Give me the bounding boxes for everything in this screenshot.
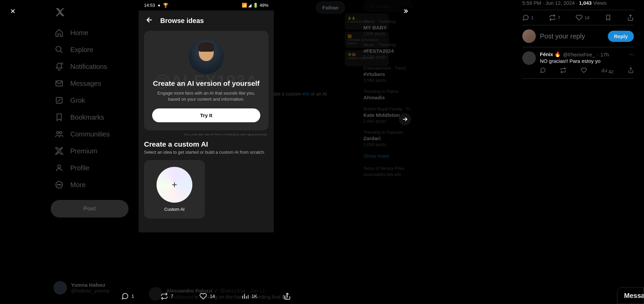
close-lightbox-button[interactable] — [7, 5, 19, 17]
nav-bookmarks-label: Bookmarks — [70, 113, 104, 121]
nav-grok-label: Grok — [70, 97, 85, 104]
nav-home[interactable]: Home — [51, 24, 139, 41]
tweet-actions-bar: 1 7 14 — [522, 10, 634, 25]
views-action[interactable]: 42 — [601, 67, 613, 74]
svg-point-10 — [369, 4, 373, 7]
ai-avatar-image — [189, 39, 224, 74]
nav-home-label: Home — [70, 29, 88, 37]
reply-action[interactable]: 1 — [121, 293, 134, 300]
nav-premium[interactable]: Premium — [51, 143, 139, 159]
plus-icon: + — [157, 167, 192, 203]
next-image-button-top[interactable] — [399, 5, 411, 17]
back-icon[interactable] — [145, 16, 153, 25]
bookmark-action[interactable] — [605, 14, 612, 21]
svg-point-3 — [56, 131, 59, 134]
svg-point-5 — [58, 165, 61, 168]
like-action[interactable]: 14 — [576, 14, 589, 21]
account-more-icon[interactable]: ⋯ — [126, 284, 133, 292]
reply-text: NO gracias!! Para estoy yo — [540, 58, 634, 64]
trends-column: Search Music · TrendingMY BABY135K posts… — [363, 0, 412, 304]
watermark-text: FOLLOW ME ON HTTPS://THREADS.NET/@ALEX19… — [144, 133, 267, 136]
nav-messages-label: Messages — [70, 80, 101, 87]
share-action[interactable] — [628, 67, 634, 74]
account-handle: @hafeez_yumna — [71, 288, 110, 294]
nav-more[interactable]: More — [51, 176, 139, 193]
nav-notifications-label: Notifications — [70, 63, 107, 71]
nav-explore-label: Explore — [70, 46, 93, 54]
media-lightbox-image: 14:53 ● 🏆 📶 ◢ 🔋49% Browse ideas @ALEX193… — [139, 0, 274, 232]
tweet-timestamp[interactable]: 5:59 PM · Jun 12, 2024 · 1,043 Views — [522, 0, 634, 6]
reply-compose[interactable]: Post your reply Reply — [522, 25, 634, 47]
browse-title: Browse ideas — [160, 17, 204, 25]
more-icon[interactable]: ⋯ — [629, 51, 634, 57]
primary-nav: Home Explore Notifications Messages Grok… — [51, 0, 139, 304]
nav-explore[interactable]: Explore — [51, 41, 139, 58]
user-avatar — [522, 29, 536, 43]
messages-drawer[interactable]: Messa — [617, 287, 644, 304]
ai-version-card: @ALEX193A Create an AI version of yourse… — [144, 31, 268, 130]
retweet-action[interactable]: 7 — [549, 14, 560, 21]
reply-avatar[interactable] — [522, 51, 536, 65]
nav-profile[interactable]: Profile — [51, 159, 139, 176]
tweet-detail-panel: 5:59 PM · Jun 12, 2024 · 1,043 Views 1 7… — [522, 0, 634, 79]
nav-profile-label: Profile — [70, 164, 90, 172]
svg-point-0 — [56, 46, 61, 51]
trend-item[interactable]: Trending in PakistanZardari2,016 posts — [363, 130, 412, 147]
nav-premium-label: Premium — [70, 147, 97, 155]
custom-ai-title: Create a custom AI — [144, 140, 268, 148]
trend-item[interactable]: Entertainment · Trend#Vtubers3,560 posts — [363, 66, 412, 83]
reply-placeholder[interactable]: Post your reply — [540, 32, 604, 40]
notif-badge — [61, 62, 63, 65]
like-action[interactable]: 14 — [199, 293, 215, 300]
nav-messages[interactable]: Messages — [51, 75, 139, 92]
reply-button[interactable]: Reply — [608, 31, 634, 42]
nav-communities[interactable]: Communities — [51, 126, 139, 143]
svg-point-4 — [59, 131, 62, 134]
show-more-link[interactable]: Show more — [363, 153, 412, 159]
next-image-button[interactable] — [399, 113, 411, 125]
reply-action[interactable] — [540, 67, 546, 74]
trend-item[interactable]: Music · Trending#FESTA20246,030 posts — [363, 42, 412, 59]
account-avatar — [53, 281, 67, 295]
nav-bookmarks[interactable]: Bookmarks — [51, 109, 139, 126]
custom-ai-tile[interactable]: + Custom AI — [144, 160, 205, 219]
custom-ai-subtitle: Select an idea to get started or build a… — [144, 150, 268, 155]
reply-author-handle[interactable]: @FhenixFire_ — [563, 52, 595, 57]
footer-links[interactable]: Terms of Service Priva Accessibility Ads… — [363, 166, 412, 178]
x-logo[interactable] — [55, 7, 66, 18]
trend-item[interactable]: Trending in PakistAhmadis — [363, 89, 412, 100]
reply-tweet[interactable]: Fénix 🔥 @FhenixFire_ · 17h ⋯ NO gracias!… — [522, 47, 634, 79]
views-action[interactable]: 1K — [241, 293, 257, 300]
retweet-action[interactable] — [560, 67, 566, 74]
svg-point-9 — [60, 184, 61, 185]
trend-item[interactable]: Music · TrendingMY BABY135K posts — [363, 19, 412, 36]
phone-status-bar: 14:53 ● 🏆 📶 ◢ 🔋49% — [139, 0, 274, 10]
svg-point-7 — [57, 184, 58, 185]
card-subtitle: Engage more fans with an AI that sounds … — [152, 90, 260, 102]
retweet-action[interactable]: 7 — [161, 293, 173, 300]
share-action[interactable] — [284, 293, 291, 300]
lightbox-actions-bar: 1 7 14 1K — [108, 293, 304, 300]
reply-action[interactable]: 1 — [522, 14, 533, 21]
reply-author-name[interactable]: Fénix 🔥 — [540, 51, 561, 57]
nav-communities-label: Communities — [70, 130, 110, 138]
nav-more-label: More — [70, 181, 86, 189]
browse-header: Browse ideas — [139, 10, 274, 31]
follow-button[interactable]: Follow — [316, 2, 345, 14]
reply-time[interactable]: 17h — [600, 52, 609, 57]
hashtag-ai[interactable]: #AI — [302, 91, 309, 97]
svg-point-8 — [59, 184, 59, 185]
try-it-button[interactable]: Try It — [152, 108, 260, 122]
account-display-name: Yumna Hafeez — [71, 282, 110, 288]
nav-grok[interactable]: Grok — [51, 92, 139, 109]
like-action[interactable] — [581, 67, 587, 74]
share-action[interactable] — [627, 14, 634, 21]
nav-notifications[interactable]: Notifications — [51, 58, 139, 75]
card-title: Create an AI version of yourself — [152, 79, 260, 87]
post-button[interactable]: Post — [51, 200, 128, 218]
